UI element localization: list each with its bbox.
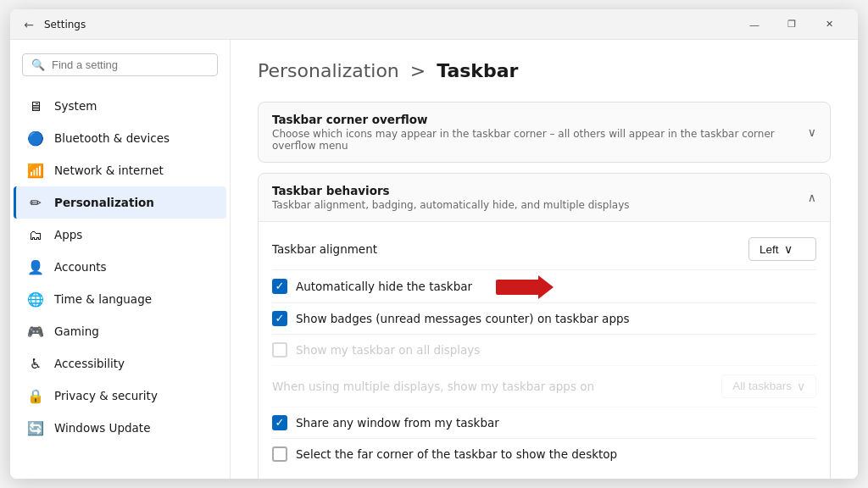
section-behaviors-header[interactable]: Taskbar behaviors Taskbar alignment, bad… xyxy=(259,174,830,221)
settings-window: ← Settings — ❐ ✕ 🔍 🖥 System 🔵 Bluetooth … xyxy=(10,9,858,479)
section-corner-overflow: Taskbar corner overflow Choose which ico… xyxy=(258,102,831,163)
chevron-up-icon: ∧ xyxy=(808,191,816,204)
titlebar: ← Settings — ❐ ✕ xyxy=(10,9,858,40)
sidebar-item-network[interactable]: 📶 Network & internet xyxy=(14,154,226,186)
sidebar-item-privacy[interactable]: 🔒 Privacy & security xyxy=(14,380,226,412)
sidebar-item-accessibility[interactable]: ♿ Accessibility xyxy=(14,347,226,380)
personalization-icon: ✏️ xyxy=(27,194,44,211)
titlebar-left: ← Settings xyxy=(20,16,86,33)
show-badges-label: Show badges (unread messages counter) on… xyxy=(296,312,630,325)
far-corner-row: Select the far corner of the taskbar to … xyxy=(272,439,816,469)
section-corner-overflow-desc: Choose which icons may appear in the tas… xyxy=(272,128,808,152)
maximize-button[interactable]: ❐ xyxy=(773,9,810,40)
window-title: Settings xyxy=(44,19,86,30)
auto-hide-row: ✓ Automatically hide the taskbar xyxy=(272,270,816,303)
taskbar-alignment-dropdown[interactable]: Left ∨ xyxy=(748,237,816,261)
all-displays-row: Show my taskbar on all displays xyxy=(272,335,816,366)
sidebar-label-gaming: Gaming xyxy=(54,324,99,338)
sidebar-label-apps: Apps xyxy=(54,228,82,241)
sidebar-label-network: Network & internet xyxy=(54,164,164,177)
privacy-icon: 🔒 xyxy=(27,387,44,404)
auto-hide-checkbox[interactable]: ✓ xyxy=(272,279,287,294)
auto-hide-label: Automatically hide the taskbar xyxy=(296,280,472,293)
red-arrow-indicator xyxy=(496,278,540,295)
sidebar-label-time: Time & language xyxy=(54,292,152,306)
update-icon: 🔄 xyxy=(27,419,44,436)
dropdown-chevron-icon: ∨ xyxy=(784,242,793,256)
sidebar-item-personalization[interactable]: ✏️ Personalization xyxy=(14,186,226,219)
checkmark-icon: ✓ xyxy=(275,416,285,429)
share-window-label: Share any window from my taskbar xyxy=(296,416,499,430)
show-badges-checkbox[interactable]: ✓ xyxy=(272,311,287,326)
multi-display-dropdown[interactable]: All taskbars ∨ xyxy=(721,374,816,398)
all-displays-checkbox[interactable] xyxy=(272,342,287,358)
chevron-down-icon: ∨ xyxy=(808,125,816,139)
section-behaviors-body: Taskbar alignment Left ∨ ✓ Automatically… xyxy=(259,221,830,479)
bluetooth-icon: 🔵 xyxy=(27,130,44,147)
sidebar-item-apps[interactable]: 🗂 Apps xyxy=(14,219,226,251)
sidebar-item-system[interactable]: 🖥 System xyxy=(14,90,226,122)
search-icon: 🔍 xyxy=(31,58,45,71)
network-icon: 📶 xyxy=(27,162,44,179)
share-window-row: ✓ Share any window from my taskbar xyxy=(272,408,816,439)
show-badges-row: ✓ Show badges (unread messages counter) … xyxy=(272,303,816,335)
sidebar-label-bluetooth: Bluetooth & devices xyxy=(54,131,170,145)
search-box[interactable]: 🔍 xyxy=(22,53,218,76)
all-displays-label: Show my taskbar on all displays xyxy=(296,343,480,357)
section-corner-overflow-text: Taskbar corner overflow Choose which ico… xyxy=(272,113,808,152)
sidebar-item-gaming[interactable]: 🎮 Gaming xyxy=(14,315,226,347)
main-content: 🔍 🖥 System 🔵 Bluetooth & devices 📶 Netwo… xyxy=(10,40,858,479)
checkmark-icon: ✓ xyxy=(275,312,285,324)
accounts-icon: 👤 xyxy=(27,258,44,275)
section-behaviors-text: Taskbar behaviors Taskbar alignment, bad… xyxy=(272,184,630,211)
taskbar-alignment-label: Taskbar alignment xyxy=(272,242,377,256)
minimize-button[interactable]: — xyxy=(736,9,773,40)
search-input[interactable] xyxy=(52,58,209,71)
sidebar-label-system: System xyxy=(54,99,97,113)
back-button[interactable]: ← xyxy=(20,16,37,33)
multi-display-value: All taskbars xyxy=(732,380,792,392)
main-panel: Personalization > Taskbar Taskbar corner… xyxy=(231,40,858,479)
breadcrumb-current: Taskbar xyxy=(437,60,518,81)
breadcrumb-separator: > xyxy=(410,60,426,81)
sidebar-label-privacy: Privacy & security xyxy=(54,389,158,402)
multi-display-row: When using multiple displays, show my ta… xyxy=(272,366,816,408)
multi-display-label: When using multiple displays, show my ta… xyxy=(272,380,594,393)
sidebar-item-bluetooth[interactable]: 🔵 Bluetooth & devices xyxy=(14,122,226,154)
breadcrumb-parent: Personalization xyxy=(258,60,399,81)
taskbar-alignment-value: Left xyxy=(760,243,779,256)
sidebar-label-personalization: Personalization xyxy=(54,196,154,209)
close-button[interactable]: ✕ xyxy=(810,9,848,40)
section-behaviors: Taskbar behaviors Taskbar alignment, bad… xyxy=(258,173,831,479)
window-controls: — ❐ ✕ xyxy=(736,9,848,40)
apps-icon: 🗂 xyxy=(27,226,44,243)
far-corner-label: Select the far corner of the taskbar to … xyxy=(296,447,617,461)
sidebar-item-update[interactable]: 🔄 Windows Update xyxy=(14,412,226,444)
time-icon: 🌐 xyxy=(27,291,44,308)
sidebar-label-accessibility: Accessibility xyxy=(54,357,125,370)
section-corner-overflow-title: Taskbar corner overflow xyxy=(272,113,808,126)
section-corner-overflow-header[interactable]: Taskbar corner overflow Choose which ico… xyxy=(259,103,830,162)
share-window-checkbox[interactable]: ✓ xyxy=(272,415,287,430)
page-header: Personalization > Taskbar xyxy=(258,60,831,81)
sidebar-label-accounts: Accounts xyxy=(54,260,107,274)
sidebar-item-accounts[interactable]: 👤 Accounts xyxy=(14,251,226,283)
sidebar-label-update: Windows Update xyxy=(54,421,150,435)
system-icon: 🖥 xyxy=(27,97,44,114)
gaming-icon: 🎮 xyxy=(27,323,44,340)
sidebar: 🔍 🖥 System 🔵 Bluetooth & devices 📶 Netwo… xyxy=(10,40,231,479)
sidebar-item-time[interactable]: 🌐 Time & language xyxy=(14,283,226,315)
dropdown-chevron-icon: ∨ xyxy=(797,380,805,393)
taskbar-alignment-row: Taskbar alignment Left ∨ xyxy=(272,229,816,270)
far-corner-checkbox[interactable] xyxy=(272,446,287,462)
breadcrumb: Personalization > Taskbar xyxy=(258,60,518,81)
checkmark-icon: ✓ xyxy=(275,280,285,292)
section-behaviors-title: Taskbar behaviors xyxy=(272,184,630,197)
section-behaviors-desc: Taskbar alignment, badging, automaticall… xyxy=(272,199,630,211)
accessibility-icon: ♿ xyxy=(27,355,44,372)
